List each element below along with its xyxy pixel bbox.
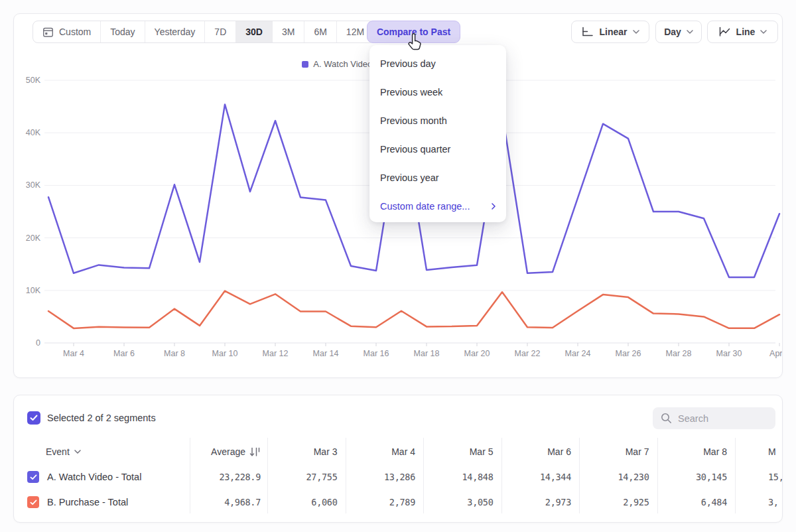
svg-text:Mar 10: Mar 10 (212, 349, 238, 358)
menu-item-label: Previous week (380, 87, 442, 98)
row-checkbox-watch-video[interactable] (27, 471, 39, 483)
svg-text:Mar 28: Mar 28 (666, 349, 692, 358)
search-icon (661, 413, 672, 424)
selected-segments-label: Selected 2 of 2 segments (47, 413, 156, 423)
calendar-icon (42, 27, 54, 38)
value-cell: 6,060 (267, 497, 346, 507)
chart-type-label: Line (736, 27, 756, 37)
chart-type-select-button[interactable]: Line (707, 21, 778, 43)
range-button-today[interactable]: Today (100, 21, 144, 42)
value-cell-clipped: 15, (735, 472, 782, 482)
svg-text:Mar 14: Mar 14 (313, 349, 339, 358)
event-column-header[interactable]: Event (14, 446, 190, 457)
average-column-header[interactable]: Average (190, 446, 267, 457)
svg-text:Mar 24: Mar 24 (565, 349, 591, 358)
svg-text:Mar 4: Mar 4 (63, 349, 84, 358)
date-column-header-clipped: M (735, 446, 782, 457)
date-column-header: Mar 6 (501, 446, 580, 457)
range-button-7d[interactable]: 7D (204, 21, 235, 42)
menu-item-previous-year[interactable]: Previous year (369, 163, 506, 192)
date-column-header: Mar 5 (423, 446, 501, 457)
linear-axis-icon (581, 27, 594, 37)
event-label: B. Purchase - Total (47, 497, 128, 507)
range-button-3m[interactable]: 3M (272, 21, 304, 42)
value-cell: 14,230 (579, 472, 657, 482)
date-column-header: Mar 3 (267, 446, 346, 457)
value-cell: 14,344 (501, 472, 580, 482)
menu-item-custom-date-range[interactable]: Custom date range... (369, 192, 506, 220)
svg-text:Mar 6: Mar 6 (113, 349, 135, 358)
range-label: Yesterday (155, 27, 196, 37)
svg-text:Mar 26: Mar 26 (616, 349, 641, 358)
menu-item-previous-month[interactable]: Previous month (369, 106, 506, 135)
value-cell: 2,973 (501, 497, 580, 507)
range-label: Today (110, 27, 135, 37)
menu-item-label: Previous quarter (380, 144, 450, 155)
select-all-checkbox[interactable] (27, 411, 40, 425)
range-button-custom[interactable]: Custom (33, 21, 100, 42)
average-cell: 4,968.7 (190, 497, 267, 507)
menu-item-label: Previous day (380, 58, 436, 69)
svg-text:30K: 30K (26, 180, 41, 190)
value-cell: 2,789 (346, 497, 424, 507)
range-label: 30D (245, 27, 263, 37)
hand-cursor-icon (406, 33, 423, 53)
compare-to-past-menu: Previous day Previous week Previous mont… (369, 45, 506, 222)
interval-select-button[interactable]: Day (655, 21, 702, 43)
range-label: 7D (214, 27, 226, 37)
table-row: A. Watch Video - Total 23,228.9 27,755 1… (14, 464, 782, 490)
legend-swatch-purple (302, 61, 308, 68)
svg-text:Mar 20: Mar 20 (464, 349, 490, 358)
svg-text:0: 0 (36, 338, 40, 348)
sort-descending-icon (249, 447, 261, 457)
svg-text:20K: 20K (26, 233, 41, 243)
checkmark-icon (30, 474, 37, 480)
event-label: A. Watch Video - Total (47, 472, 141, 482)
date-column-header: Mar 8 (657, 446, 736, 457)
range-button-yesterday[interactable]: Yesterday (145, 21, 205, 42)
svg-text:Apr 1: Apr 1 (769, 349, 782, 358)
scale-select-button[interactable]: Linear (571, 21, 649, 43)
segments-table: Event Average Mar 3 Mar 4 Mar 5 Mar 6 Ma… (14, 439, 782, 515)
svg-text:10K: 10K (26, 286, 41, 295)
table-header-row: Event Average Mar 3 Mar 4 Mar 5 Mar 6 Ma… (14, 439, 782, 464)
range-button-6m[interactable]: 6M (304, 21, 336, 42)
checkmark-icon (30, 499, 37, 505)
menu-item-label: Previous month (380, 115, 447, 126)
range-button-30d[interactable]: 30D (235, 21, 272, 42)
value-cell: 14,848 (423, 472, 501, 482)
interval-label: Day (664, 27, 681, 37)
value-cell: 2,925 (579, 497, 657, 507)
menu-item-previous-week[interactable]: Previous week (369, 78, 506, 106)
svg-text:Mar 22: Mar 22 (515, 349, 541, 358)
segments-table-panel: Selected 2 of 2 segments Event Average (13, 395, 783, 523)
svg-text:Mar 12: Mar 12 (263, 349, 289, 358)
svg-text:Mar 16: Mar 16 (364, 349, 389, 358)
chevron-down-icon (74, 450, 81, 454)
date-column-header: Mar 4 (346, 446, 424, 457)
line-chart-icon (718, 27, 731, 37)
menu-item-previous-quarter[interactable]: Previous quarter (369, 135, 506, 163)
scale-label: Linear (599, 27, 627, 37)
svg-text:Mar 8: Mar 8 (164, 349, 185, 358)
menu-item-label: Custom date range... (380, 201, 470, 212)
event-header-label: Event (46, 446, 70, 457)
svg-text:40K: 40K (26, 128, 41, 137)
chevron-down-icon (633, 30, 639, 34)
chevron-down-icon (687, 30, 693, 34)
row-checkbox-purchase[interactable] (27, 496, 39, 508)
value-cell: 30,145 (657, 472, 736, 482)
svg-text:Mar 30: Mar 30 (716, 349, 742, 358)
search-box (653, 407, 775, 429)
event-cell: A. Watch Video - Total (14, 471, 190, 483)
menu-item-previous-day[interactable]: Previous day (369, 49, 506, 78)
value-cell: 6,484 (657, 497, 736, 507)
range-label: 6M (314, 27, 326, 37)
value-cell: 13,286 (346, 472, 424, 482)
checkmark-icon (30, 415, 38, 421)
search-input[interactable] (678, 413, 771, 424)
range-label: 12M (346, 27, 364, 37)
range-label: 3M (282, 27, 295, 37)
average-header-label: Average (211, 446, 245, 457)
date-column-header: Mar 7 (579, 446, 657, 457)
